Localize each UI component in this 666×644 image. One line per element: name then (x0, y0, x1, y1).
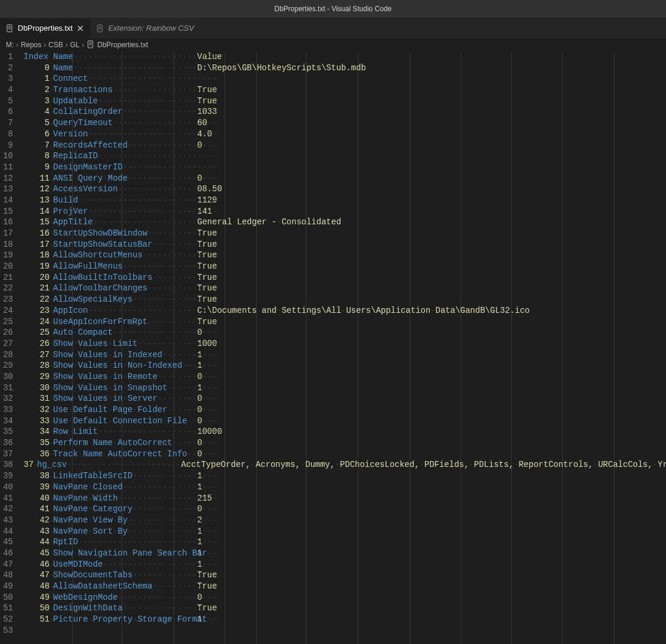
editor-line[interactable]: 22→AllowSpecialKeys················→True (24, 294, 666, 305)
editor-line[interactable]: 49→WebDesignMode···················→0 (24, 592, 666, 603)
editor-line[interactable]: 42→NavPane·View·By·················→2 (24, 515, 666, 526)
row-name: ANSI·Query·Mode·················→ (53, 173, 197, 184)
editor-line[interactable]: 18→AllowShortcutMenus··············→True (24, 250, 666, 261)
editor-line[interactable]: 25→Auto·Compact····················→0 (24, 327, 666, 338)
editor-line[interactable]: 32→Use·Default·Page·Folder·········→0 (24, 404, 666, 416)
row-index: 46 (24, 559, 50, 570)
editor-line[interactable]: 27→Show·Values·in·Indexed··········→1 (24, 349, 666, 361)
editor-line[interactable] (24, 625, 666, 636)
editor-line[interactable]: 35→Perform·Name·AutoCorrect········→0 (24, 437, 666, 449)
row-index: 24 (24, 316, 50, 328)
editor-line[interactable]: 33→Use·Default·Connection·File·····→0 (24, 416, 666, 427)
breadcrumb[interactable]: M: › Repos › CSB › GL › DbProperties.txt (0, 38, 666, 51)
row-value: True (197, 239, 666, 250)
row-index: 14 (24, 206, 50, 217)
editor-line[interactable]: 44→RptID···························→1 (24, 537, 666, 548)
tab-dbproperties[interactable]: DbProperties.txt (0, 18, 90, 38)
editor-line[interactable]: 13→Build···························→1129 (24, 195, 666, 206)
editor-line[interactable]: 11→ANSI·Query·Mode·················→0 (24, 173, 666, 184)
editor-line[interactable]: 7→RecordsAffected·················→0 (24, 140, 666, 151)
row-index: 4 (24, 106, 50, 117)
row-value: 1033 (197, 106, 666, 117)
row-value: 1 (197, 537, 666, 548)
breadcrumb-part[interactable]: M: (6, 41, 14, 49)
editor-line[interactable]: 45→Show·Navigation·Pane·Search·Bar·→1 (24, 548, 666, 559)
editor-line[interactable]: 34→Row·Limit·······················→1000… (24, 426, 666, 437)
editor-line[interactable]: 3→Updatable·······················→True (24, 96, 666, 107)
row-index: 12 (24, 184, 50, 195)
row-index: 44 (24, 537, 50, 548)
editor-line[interactable]: 46→UseMDIMode······················→1 (24, 559, 666, 570)
editor-line[interactable]: 0→Name····························→D:\Re… (24, 63, 666, 74)
breadcrumb-part[interactable]: CSB (48, 41, 63, 49)
row-value: C:\Documents·and·Settings\All·Users\Appl… (197, 305, 666, 316)
editor-line[interactable]: 36→Track·Name·AutoCorrect·Info·····→0 (24, 449, 666, 460)
row-index: 8 (24, 151, 50, 162)
row-value: 1 (197, 614, 666, 625)
editor-line[interactable]: 6→Version·························→4.0 (24, 129, 666, 140)
editor-line[interactable]: 21→AllowToolbarChanges·············→True (24, 283, 666, 294)
row-name: Show·Values·in·Non-Indexed······→ (53, 360, 197, 371)
close-icon[interactable] (76, 24, 84, 32)
editor-line[interactable]: 19→AllowFullMenus··················→True (24, 261, 666, 272)
editor-lines[interactable]: IndexName····························→Va… (24, 51, 666, 636)
editor[interactable]: 1234567891011121314151617181920212223242… (0, 51, 666, 644)
editor-line[interactable]: 2→Transactions····················→True (24, 84, 666, 96)
row-index: 17 (24, 239, 50, 250)
editor-line[interactable]: 5→QueryTimeout····················→60 (24, 117, 666, 129)
row-name: Show·Values·in·Remote···········→ (53, 371, 197, 383)
editor-line[interactable]: 26→Show·Values·Limit···············→1000 (24, 338, 666, 349)
editor-line[interactable]: 48→AllowDatasheetSchema············→True (24, 581, 666, 592)
editor-line[interactable]: 38→LinkedTableSrcID················→1 (24, 470, 666, 482)
chevron-right-icon: › (66, 41, 68, 49)
row-index: 16 (24, 228, 50, 239)
editor-line[interactable]: 4→CollatingOrder··················→1033 (24, 106, 666, 117)
row-value: 0 (197, 592, 666, 603)
editor-line[interactable]: 20→AllowBuiltInToolbars············→True (24, 272, 666, 283)
editor-line[interactable]: 39→NavPane·Closed··················→1 (24, 482, 666, 493)
row-index: 37 (24, 459, 34, 470)
editor-line[interactable]: 23→AppIcon·························→C:\D… (24, 305, 666, 316)
editor-line[interactable]: 16→StartUpShowDBWindow·············→True (24, 228, 666, 239)
editor-line[interactable]: 24→UseAppIconForFrmRpt·············→True (24, 316, 666, 328)
breadcrumb-part[interactable]: Repos (21, 41, 41, 49)
file-icon (96, 24, 105, 32)
editor-line[interactable]: 17→StartUpShowStatusBar············→True (24, 239, 666, 250)
editor-line[interactable]: 15→AppTitle························→Gene… (24, 217, 666, 228)
row-value: True (197, 570, 666, 581)
row-name: AppTitle························→ (53, 217, 197, 228)
editor-line[interactable]: 9→DesignMasterID··················→ (24, 162, 666, 173)
editor-line[interactable]: 31→Show·Values·in·Server···········→0 (24, 393, 666, 404)
editor-line[interactable]: 29→Show·Values·in·Remote···········→0 (24, 371, 666, 383)
tab-extension-rainbow-csv[interactable]: Extension: Rainbow CSV (90, 18, 200, 38)
row-index: 32 (24, 404, 50, 416)
editor-line[interactable]: 50→DesignWithData··················→True (24, 603, 666, 614)
editor-line[interactable]: 51→Picture·Property·Storage·Format·→1 (24, 614, 666, 625)
breadcrumb-file[interactable]: DbProperties.txt (87, 40, 148, 50)
editor-line[interactable]: 12→AccessVersion···················→08.5… (24, 184, 666, 195)
row-name: AllowToolbarChanges·············→ (53, 283, 197, 294)
editor-line[interactable]: 41→NavPane·Category················→0 (24, 504, 666, 515)
editor-line[interactable]: 8→ReplicaID·······················→ (24, 151, 666, 162)
editor-line[interactable]: 37→hg_csv··························→Acct… (24, 459, 666, 470)
row-name: Show·Values·Limit···············→ (53, 338, 197, 349)
editor-line[interactable]: 47→ShowDocumentTabs················→True (24, 570, 666, 581)
row-name: Show·Values·in·Snapshot·········→ (53, 383, 197, 394)
row-index: 40 (24, 493, 50, 504)
row-name: AppIcon·························→ (53, 305, 197, 316)
editor-line[interactable]: 43→NavPane·Sort·By·················→1 (24, 526, 666, 537)
row-index: 50 (24, 603, 50, 614)
row-index: 35 (24, 437, 50, 449)
editor-line[interactable]: 1→Connect·························→ (24, 73, 666, 84)
row-value: True (197, 261, 666, 272)
editor-line[interactable]: 14→ProjVer·························→141 (24, 206, 666, 217)
row-index: 36 (24, 449, 50, 460)
editor-line[interactable]: 30→Show·Values·in·Snapshot·········→1 (24, 383, 666, 394)
editor-line[interactable]: 28→Show·Values·in·Non-Indexed······→1 (24, 360, 666, 371)
editor-line[interactable]: IndexName····························→Va… (24, 51, 666, 63)
row-value: True (197, 250, 666, 261)
row-name: Name····························→ (53, 63, 197, 74)
row-name: NavPane·Width···················→ (53, 493, 197, 504)
breadcrumb-part[interactable]: GL (70, 41, 80, 49)
editor-line[interactable]: 40→NavPane·Width···················→215 (24, 493, 666, 504)
